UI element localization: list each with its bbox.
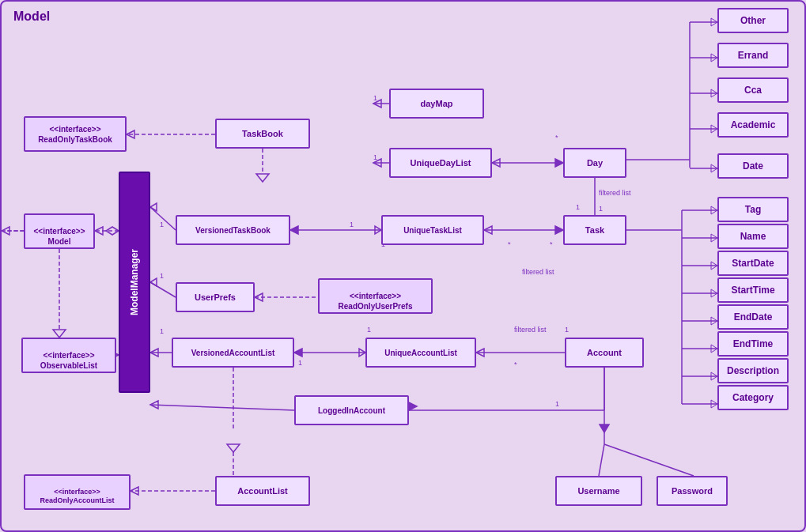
svg-marker-71 [359,349,365,357]
svg-text:1: 1 [160,327,164,335]
cca-box: Cca [717,77,789,103]
svg-marker-36 [711,18,717,26]
svg-marker-48 [711,206,717,214]
svg-marker-58 [711,345,717,353]
start-time-box: StartTime [717,277,789,303]
svg-marker-56 [711,317,717,325]
svg-text:*: * [550,240,553,248]
svg-marker-44 [711,164,717,172]
username-box: Username [555,476,642,506]
svg-marker-3 [256,174,269,182]
diagram-container: Model filtered list 1 * [0,0,806,532]
task-book-box: TaskBook [215,119,310,149]
logged-in-account-box: LoggedInAccount [294,395,409,425]
svg-line-87 [604,444,694,476]
svg-line-63 [150,282,176,297]
svg-marker-16 [555,226,563,234]
svg-text:1: 1 [350,221,354,228]
svg-marker-10 [150,203,157,211]
diagram-title: Model [13,9,50,24]
unique-account-list-box: UniqueAccountList [365,338,476,368]
svg-text:1: 1 [160,221,164,228]
svg-text:*: * [508,240,511,248]
svg-text:1: 1 [373,94,377,102]
svg-marker-15 [484,226,492,234]
svg-marker-28 [555,159,563,167]
svg-text:1: 1 [565,326,569,334]
svg-marker-27 [492,159,500,167]
versioned-task-book-box: VersionedTaskBook [176,215,290,245]
model-manager-box: ModelManager [119,172,150,393]
description-box: Description [717,358,789,383]
svg-text:*: * [514,360,517,368]
category-box: Category [717,385,789,410]
svg-text:filtered list: filtered list [599,189,631,197]
svg-line-77 [150,405,294,410]
svg-marker-89 [227,444,240,452]
start-date-box: StartDate [717,251,789,276]
svg-text:filtered list: filtered list [522,268,554,276]
svg-marker-6 [95,227,103,235]
svg-marker-70 [294,349,302,357]
versioned-account-list-box: VersionedAccountList [172,338,294,368]
svg-marker-66 [255,293,263,301]
end-date-box: EndDate [717,304,789,330]
svg-marker-12 [290,226,298,234]
date-box: Date [717,153,789,179]
svg-marker-5 [106,227,119,235]
svg-marker-13 [375,226,381,234]
academic-box: Academic [717,112,789,138]
svg-marker-24 [373,159,381,167]
read-only-task-book-box: <<interface>> ReadOnlyTaskBook [24,116,127,152]
svg-marker-60 [711,372,717,380]
svg-marker-78 [150,401,158,409]
read-only-account-list-box: <<interface>>ReadOnlyAccountList [24,474,131,510]
svg-marker-85 [600,424,609,432]
interface-model-box: <<interface>>Model [24,213,95,249]
errand-box: Errand [717,43,789,68]
svg-text:1: 1 [373,153,377,161]
account-list-box: AccountList [215,476,310,506]
svg-marker-50 [711,234,717,242]
svg-text:*: * [555,134,558,141]
svg-marker-54 [711,289,717,297]
svg-marker-92 [131,487,138,495]
svg-marker-1 [127,130,134,138]
password-box: Password [657,476,728,506]
day-map-box: dayMap [389,89,484,119]
account-box: Account [565,338,644,368]
svg-marker-62 [711,400,717,408]
svg-marker-68 [150,349,158,357]
name-box: Name [717,224,789,249]
svg-marker-73 [476,349,484,357]
svg-marker-96 [53,330,66,338]
unique-task-list-box: UniqueTaskList [381,215,484,245]
svg-line-9 [150,207,176,230]
svg-text:1: 1 [555,400,559,408]
other-box: Other [717,8,789,33]
user-prefs-box: UserPrefs [176,282,255,312]
svg-marker-52 [711,262,717,270]
svg-marker-98 [2,227,9,235]
svg-text:1: 1 [367,326,371,334]
svg-marker-38 [711,54,717,62]
svg-text:1: 1 [298,359,302,367]
svg-text:1: 1 [160,272,164,280]
svg-marker-40 [711,89,717,97]
svg-line-86 [599,444,604,476]
svg-text:1: 1 [576,203,580,211]
read-only-user-prefs-box: <<interface>>ReadOnlyUserPrefs [318,278,433,314]
svg-text:filtered list: filtered list [514,326,547,334]
end-time-box: EndTime [717,331,789,357]
day-box: Day [563,148,626,178]
svg-marker-42 [711,125,717,133]
task-box: Task [563,215,626,245]
svg-marker-21 [373,100,381,108]
svg-marker-64 [150,278,157,286]
observable-list-box: <<interface>>ObservableList [21,338,116,373]
tag-box: Tag [717,197,789,222]
svg-text:1: 1 [599,205,603,213]
unique-day-list-box: UniqueDayList [389,148,492,178]
